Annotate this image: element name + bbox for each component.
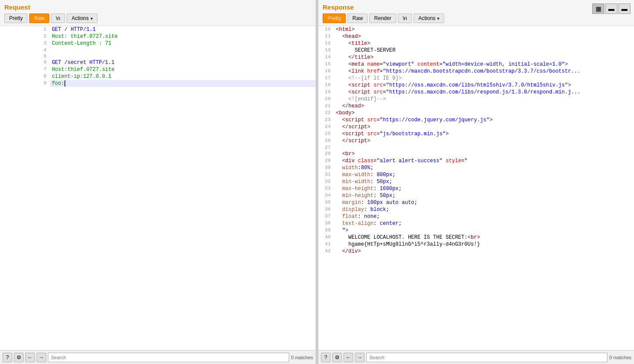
request-line-7: 7 Host:thief.0727.site <box>0 66 316 73</box>
response-actions-arrow: ▾ <box>437 16 439 21</box>
response-bottom-bar: ? ⚙ ← → 0 matches <box>318 350 634 364</box>
response-tab-raw[interactable]: Raw <box>347 13 368 23</box>
response-settings-btn[interactable]: ⚙ <box>332 353 342 362</box>
response-line-11: 11 <head> <box>318 33 634 40</box>
request-bottom-bar: ? ⚙ ← → 0 matches <box>0 350 316 364</box>
request-title: Request <box>4 3 311 11</box>
request-actions-arrow: ▾ <box>91 16 93 21</box>
request-tab-newline[interactable]: \n <box>51 13 65 23</box>
response-line-16: 16 <link href="https://maxcdn.bootstrapc… <box>318 68 634 75</box>
response-line-27: 27 <box>318 144 634 150</box>
response-line-36: 36 display: block; <box>318 206 634 213</box>
response-toolbar: Pretty Raw Render \n Actions ▾ <box>323 13 630 23</box>
response-prev-match-btn[interactable]: ← <box>344 353 353 362</box>
response-help-btn[interactable]: ? <box>321 353 330 362</box>
response-line-29: 29 <div class="alert alert-success" styl… <box>318 157 634 164</box>
response-line-18: 18 <script src="https://oss.maxcdn.com/l… <box>318 82 634 89</box>
response-line-17: 17 <!--[if lt IE 9]> <box>318 75 634 82</box>
response-line-24: 24 </script> <box>318 124 634 130</box>
layout-controls: ▦ ▬ ▬ <box>592 3 631 14</box>
layout-split-btn[interactable]: ▦ <box>592 3 604 14</box>
request-tab-pretty[interactable]: Pretty <box>4 13 27 23</box>
response-line-21: 21 </head> <box>318 103 634 110</box>
response-line-33: 33 max-height: 1600px; <box>318 185 634 192</box>
request-search-input[interactable] <box>48 353 289 362</box>
response-line-26: 26 </script> <box>318 137 634 144</box>
response-line-34: 34 min-height: 50px; <box>318 192 634 199</box>
response-line-37: 37 float: none; <box>318 213 634 220</box>
request-line-3: 3 Content-Length : 71 <box>0 40 316 47</box>
response-line-12: 12 <title> <box>318 40 634 47</box>
request-toolbar: Pretty Raw \n Actions ▾ <box>4 13 311 23</box>
request-line-2: 2 Host: thief.0727.site <box>0 33 316 40</box>
response-line-15: 15 <meta name="viewport" content="width=… <box>318 61 634 68</box>
response-line-39: 39 "> <box>318 227 634 234</box>
request-line-1: 1 GET / HTTP/1.1 <box>0 26 316 33</box>
response-title: Response <box>323 3 630 11</box>
response-search-input[interactable] <box>366 353 607 362</box>
response-line-13: 13 SECRET-SERVER <box>318 47 634 54</box>
request-pane: Request Pretty Raw \n Actions ▾ 1 GET / … <box>0 0 316 364</box>
response-line-19: 19 <script src="https://oss.maxcdn.com/l… <box>318 89 634 96</box>
response-code-lines: 10 <html> 11 <head> 12 <title> 13 SECRET… <box>318 26 634 255</box>
response-pane: Response Pretty Raw Render \n Actions ▾ … <box>318 0 634 364</box>
response-line-23: 23 <script src="https://code.jquery.com/… <box>318 117 634 124</box>
request-next-match-btn[interactable]: → <box>37 353 46 362</box>
response-line-25: 25 <script src="js/bootstrap.min.js"> <box>318 130 634 137</box>
response-header: Response Pretty Raw Render \n Actions ▾ <box>318 0 634 26</box>
request-actions-btn[interactable]: Actions ▾ <box>67 13 97 23</box>
request-prev-match-btn[interactable]: ← <box>25 353 35 362</box>
response-line-38: 38 text-align: center; <box>318 220 634 227</box>
response-line-28: 28 <br> <box>318 150 634 157</box>
request-match-count: 0 matches <box>291 355 313 360</box>
request-line-6: 6 GET /secret HTTP/1.1 <box>0 59 316 66</box>
response-line-31: 31 max-width: 800px; <box>318 171 634 178</box>
response-next-match-btn[interactable]: → <box>355 353 364 362</box>
response-line-14: 14 </title> <box>318 54 634 61</box>
request-line-9: 9 foo: <box>0 80 316 87</box>
response-line-35: 35 margin: 100px auto auto; <box>318 199 634 206</box>
layout-vertical-btn[interactable]: ▬ <box>618 3 631 14</box>
response-match-count: 0 matches <box>609 355 631 360</box>
response-line-41: 41 hgame{HtTp+sMUg9llnG^i5^r3ally-d4nG3r… <box>318 241 634 248</box>
response-line-20: 20 <![endif]--> <box>318 96 634 103</box>
response-tab-render[interactable]: Render <box>369 13 396 23</box>
request-tab-raw[interactable]: Raw <box>29 13 49 23</box>
request-header: Request Pretty Raw \n Actions ▾ <box>0 0 316 26</box>
response-tab-newline[interactable]: \n <box>398 13 412 23</box>
response-code-area: 10 <html> 11 <head> 12 <title> 13 SECRET… <box>318 26 634 350</box>
response-line-40: 40 WELCOME LOCALHOST. HERE IS THE SECRET… <box>318 234 634 241</box>
response-line-30: 30 width:80%; <box>318 164 634 171</box>
request-line-5: 5 <box>0 53 316 59</box>
request-settings-btn[interactable]: ⚙ <box>14 353 24 362</box>
response-line-22: 22 <body> <box>318 110 634 117</box>
response-line-10: 10 <html> <box>318 26 634 33</box>
request-code-lines: 1 GET / HTTP/1.1 2 Host: thief.0727.site… <box>0 26 316 87</box>
response-actions-btn[interactable]: Actions ▾ <box>414 13 444 23</box>
request-code-area: 1 GET / HTTP/1.1 2 Host: thief.0727.site… <box>0 26 316 350</box>
request-help-btn[interactable]: ? <box>3 353 12 362</box>
request-line-4: 4 <box>0 47 316 53</box>
layout-horizontal-btn[interactable]: ▬ <box>605 3 617 14</box>
response-line-32: 32 min-width: 50px; <box>318 178 634 185</box>
main-container: Request Pretty Raw \n Actions ▾ 1 GET / … <box>0 0 634 364</box>
response-line-42: 42 </div> <box>318 248 634 255</box>
request-line-8: 8 client-ip:127.0.0.1 <box>0 73 316 80</box>
response-tab-pretty[interactable]: Pretty <box>323 13 346 23</box>
